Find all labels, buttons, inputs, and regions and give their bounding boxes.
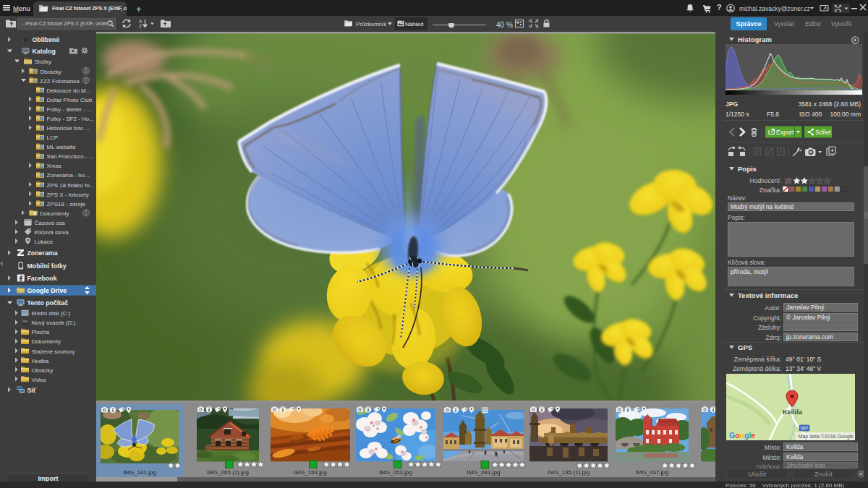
svg-text:Videa: Videa <box>32 377 47 383</box>
svg-text:Fotky - SF2 - Ho...: Fotky - SF2 - Ho... <box>47 116 94 122</box>
svg-text:Nový svazek (D:): Nový svazek (D:) <box>32 320 76 326</box>
svg-text:Google Drive: Google Drive <box>27 287 67 294</box>
svg-text:Obrázky: Obrázky <box>32 367 54 374</box>
svg-text:San Francisco - ...: San Francisco - ... <box>47 153 94 160</box>
svg-text:Tento počítač: Tento počítač <box>27 299 69 307</box>
svg-text:Zonerama: Zonerama <box>27 249 58 257</box>
svg-text:ZPS X - fotosety: ZPS X - fotosety <box>47 192 89 198</box>
svg-text:Dekorace do M...: Dekorace do M... <box>47 87 91 94</box>
svg-text:Místní disk (C:): Místní disk (C:) <box>32 310 71 317</box>
svg-text:Zonerama - ho...: Zonerama - ho... <box>47 172 90 179</box>
svg-text:Sdílet: Sdílet <box>815 129 831 136</box>
svg-text:Dokumenty: Dokumenty <box>32 338 61 345</box>
svg-text:Oblíbené: Oblíbené <box>33 36 60 43</box>
svg-text:Složky: Složky <box>35 59 52 65</box>
svg-text:Plocha: Plocha <box>32 329 50 335</box>
svg-text:Z: Z <box>139 24 142 29</box>
svg-text:Dokumenty: Dokumenty <box>40 210 69 217</box>
svg-text:Fotky - atelier - ...: Fotky - atelier - ... <box>47 106 92 113</box>
svg-text:Google: Google <box>729 431 755 440</box>
svg-text:ZZZ Fotobanka: ZZZ Fotobanka <box>40 78 80 85</box>
svg-text:Export: Export <box>776 129 794 136</box>
svg-text:Kvilda: Kvilda <box>783 408 803 416</box>
svg-text:Mobilní fotky: Mobilní fotky <box>27 262 67 270</box>
svg-text:Lokace: Lokace <box>35 239 54 245</box>
svg-text:Hudba: Hudba <box>32 358 49 364</box>
svg-text:ZPS18 - zdroje: ZPS18 - zdroje <box>47 201 86 207</box>
svg-text:Map data ©2016 Google: Map data ©2016 Google <box>799 434 854 440</box>
svg-text:Historické foto ...: Historické foto ... <box>47 125 90 132</box>
svg-text:Xmas: Xmas <box>47 163 61 169</box>
svg-text:Klíčová slova: Klíčová slova <box>35 229 69 236</box>
svg-text:Síť: Síť <box>27 387 37 394</box>
svg-text:Katalog: Katalog <box>33 48 56 55</box>
svg-text:Časová osa: Časová osa <box>35 220 66 226</box>
svg-text:LCP: LCP <box>47 134 59 141</box>
svg-text:ML website: ML website <box>47 144 77 150</box>
svg-text:Stažené soubory: Stažené soubory <box>32 348 75 355</box>
svg-text:167: 167 <box>801 426 809 430</box>
svg-text:Obrázky: Obrázky <box>40 69 61 75</box>
svg-text:Facebook: Facebook <box>27 275 57 282</box>
svg-text:Dollar Photo Club: Dollar Photo Club <box>47 97 93 103</box>
svg-text:ZPS 18 finální fo...: ZPS 18 finální fo... <box>47 182 95 189</box>
